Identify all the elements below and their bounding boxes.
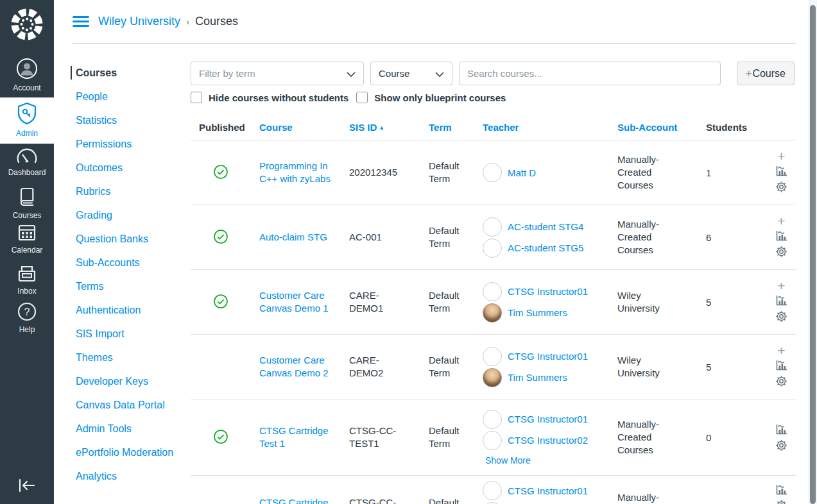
global-nav-account[interactable]: Account <box>0 58 54 92</box>
sub-nav-item-eportfolio-moderation[interactable]: ePortfolio Moderation <box>76 446 178 459</box>
sub-nav-item-canvas-data-portal[interactable]: Canvas Data Portal <box>76 398 178 412</box>
sub-nav-item-permissions[interactable]: Permissions <box>76 137 178 151</box>
students-count: 1 <box>706 167 767 178</box>
row-actions: + <box>767 217 796 258</box>
settings-gear-icon[interactable] <box>775 500 787 504</box>
sub-nav-item-themes[interactable]: Themes <box>76 351 178 364</box>
row-actions <box>767 423 796 451</box>
teacher-cell: CTSG Instructor01 <box>483 476 617 504</box>
avatar <box>483 239 502 258</box>
settings-gear-icon[interactable] <box>775 181 787 193</box>
teacher-link[interactable]: Tim Summers <box>508 372 567 383</box>
statistics-icon[interactable] <box>775 165 787 177</box>
sub-nav-item-sub-accounts[interactable]: Sub-Accounts <box>76 256 178 269</box>
add-users-icon[interactable]: + <box>777 346 785 355</box>
course-link[interactable]: CTSG Cartridge Test 1 <box>259 424 338 451</box>
table-row: Auto-claim STG AC-001 Default Term AC-st… <box>191 205 796 270</box>
header-sub-account[interactable]: Sub-Account <box>617 122 706 133</box>
row-actions <box>767 476 796 504</box>
sub-nav-item-authentication[interactable]: Authentication <box>76 303 178 317</box>
sub-nav-item-rubrics[interactable]: Rubrics <box>76 185 178 198</box>
sub-nav-item-people[interactable]: People <box>76 90 178 103</box>
settings-gear-icon[interactable] <box>775 439 787 451</box>
course-link[interactable]: CTSG Cartridge <box>259 476 338 504</box>
vertical-scrollbar-thumb[interactable] <box>810 5 816 504</box>
header-divider <box>73 43 796 44</box>
teacher-link[interactable]: CTSG Instructor02 <box>508 435 588 446</box>
teacher-link[interactable]: AC-student STG5 <box>508 242 583 253</box>
admin-shield-icon <box>17 102 37 127</box>
table-row: CTSG Cartridge Test 1 CTSG-CC-TEST1 Defa… <box>191 399 796 476</box>
settings-gear-icon[interactable] <box>775 375 787 387</box>
course-link[interactable]: Customer Care Canvas Demo 1 <box>259 289 338 315</box>
teacher-link[interactable]: Matt D <box>508 167 536 178</box>
teacher-cell: CTSG Instructor01 Tim Summers <box>483 347 617 387</box>
teacher-link[interactable]: AC-student STG4 <box>508 221 583 232</box>
add-users-icon[interactable]: + <box>777 217 785 226</box>
published-cell <box>191 294 259 310</box>
blueprint-only-checkbox[interactable] <box>356 92 368 103</box>
course-link[interactable]: Customer Care Canvas Demo 2 <box>259 354 338 380</box>
chevron-down-icon <box>435 68 444 79</box>
teacher-cell: CTSG Instructor01 CTSG Instructor02 Show… <box>483 410 617 466</box>
account-sub-nav: Courses People Statistics Permissions Ou… <box>76 66 178 493</box>
header-sis-id[interactable]: SIS ID▲ <box>349 122 429 133</box>
teacher-link[interactable]: CTSG Instructor01 <box>508 485 588 496</box>
search-type-select[interactable]: Course <box>370 62 452 85</box>
sub-nav-item-outcomes[interactable]: Outcomes <box>76 161 178 174</box>
statistics-icon[interactable] <box>775 359 787 371</box>
settings-gear-icon[interactable] <box>775 310 787 323</box>
teacher-link[interactable]: CTSG Instructor01 <box>508 414 588 424</box>
sub-account-cell: Manually-Created Courses <box>617 418 676 457</box>
show-more-link[interactable]: Show More <box>485 455 617 466</box>
avatar <box>483 368 502 387</box>
course-link[interactable]: Auto-claim STG <box>259 231 338 244</box>
statistics-icon[interactable] <box>775 483 787 496</box>
add-course-button[interactable]: +Course <box>737 62 795 85</box>
table-row: Customer Care Canvas Demo 1 CARE-DEMO1 D… <box>191 270 796 335</box>
statistics-icon[interactable] <box>775 230 787 242</box>
teacher-cell: AC-student STG4 AC-student STG5 <box>483 217 617 258</box>
filter-by-term-select[interactable]: Filter by term <box>191 62 364 85</box>
avatar <box>483 303 502 323</box>
teacher-link[interactable]: CTSG Instructor01 <box>508 286 588 297</box>
sub-nav-item-statistics[interactable]: Statistics <box>76 113 178 127</box>
add-users-icon[interactable]: + <box>777 281 785 290</box>
global-nav-calendar[interactable]: Calendar <box>0 223 54 255</box>
header-teacher[interactable]: Teacher <box>483 122 617 133</box>
teacher-link[interactable]: CTSG Instructor01 <box>508 351 588 362</box>
canvas-logo-icon[interactable] <box>10 7 44 44</box>
breadcrumb: Wiley University › Courses <box>98 15 238 28</box>
search-courses-input[interactable] <box>459 62 721 85</box>
sub-nav-item-analytics[interactable]: Analytics <box>76 469 178 483</box>
settings-gear-icon[interactable] <box>775 246 787 258</box>
calendar-icon <box>17 223 37 244</box>
statistics-icon[interactable] <box>775 294 787 307</box>
plus-icon: + <box>746 68 752 80</box>
global-nav-admin[interactable]: Admin <box>0 97 54 144</box>
hide-courses-checkbox[interactable] <box>191 92 202 103</box>
global-nav-inbox[interactable]: Inbox <box>0 265 54 296</box>
breadcrumb-account-link[interactable]: Wiley University <box>98 15 180 28</box>
global-nav-dashboard[interactable]: Dashboard <box>0 146 54 177</box>
sis-id-cell: CARE-DEMO2 <box>349 354 400 380</box>
hamburger-menu-icon[interactable] <box>73 16 89 29</box>
sub-nav-item-developer-keys[interactable]: Developer Keys <box>76 374 178 388</box>
canvas-admin-courses-page: Account Admin Dashboard <box>0 0 817 504</box>
sub-nav-item-grading[interactable]: Grading <box>76 208 178 222</box>
statistics-icon[interactable] <box>775 423 787 435</box>
global-nav-courses[interactable]: Courses <box>0 187 54 220</box>
sub-nav-item-terms[interactable]: Terms <box>76 280 178 293</box>
sub-nav-item-admin-tools[interactable]: Admin Tools <box>76 422 178 435</box>
sub-nav-item-sis-import[interactable]: SIS Import <box>76 327 178 340</box>
course-link[interactable]: Programming In C++ with zyLabs <box>259 160 338 186</box>
add-users-icon[interactable]: + <box>777 152 785 161</box>
teacher-cell: Matt D <box>483 163 617 182</box>
teacher-link[interactable]: Tim Summers <box>508 307 567 318</box>
global-nav-help[interactable]: ? Help <box>0 302 54 334</box>
header-course[interactable]: Course <box>259 122 349 133</box>
header-term[interactable]: Term <box>429 122 483 133</box>
collapse-sidebar-icon[interactable] <box>17 477 37 496</box>
sub-nav-item-question-banks[interactable]: Question Banks <box>76 232 178 246</box>
sub-nav-item-courses[interactable]: Courses <box>71 66 178 80</box>
